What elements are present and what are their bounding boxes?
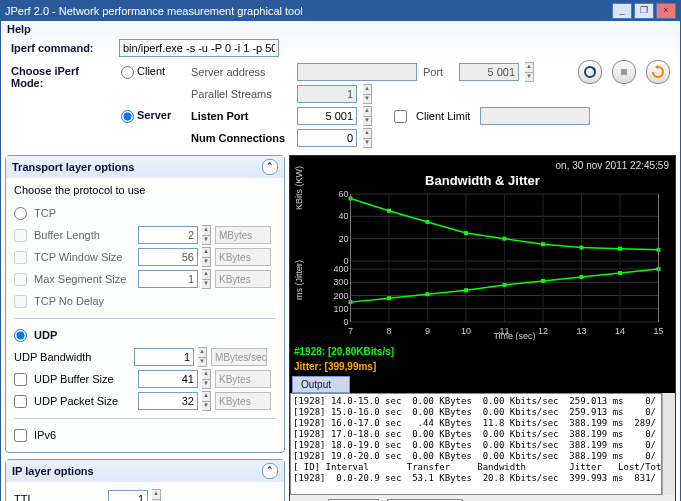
client-label: Client — [137, 65, 165, 77]
output-scrollbar[interactable] — [662, 393, 675, 495]
ip-panel: IP layer options⌃ TTL▲▼ Type of ServiceN… — [5, 459, 285, 501]
ip-title: IP layer options — [12, 465, 94, 477]
udpbw-input[interactable] — [134, 348, 194, 366]
svg-rect-41 — [387, 209, 391, 213]
chart-canvas: KBits (KW) ms (Jitter) 02040600100200300… — [322, 190, 667, 340]
collapse-icon[interactable]: ⌃ — [262, 159, 278, 175]
udpbw-label: UDP Bandwidth — [14, 351, 130, 363]
svg-text:10: 10 — [461, 326, 471, 336]
mode-label: Choose iPerf Mode: — [11, 61, 111, 149]
status-bandwidth: #1928: [20,80KBits/s] — [290, 344, 675, 359]
udpbw-unit[interactable]: MBytes/sec — [211, 348, 267, 366]
close-button[interactable]: × — [656, 3, 676, 19]
svg-text:7: 7 — [348, 326, 353, 336]
clientlimit-check[interactable] — [394, 110, 407, 123]
parallel-input — [297, 85, 357, 103]
svg-rect-45 — [541, 242, 545, 246]
svg-rect-44 — [503, 237, 507, 241]
tcp-label: TCP — [34, 207, 56, 219]
svg-point-1 — [593, 68, 596, 71]
svg-text:400: 400 — [333, 264, 348, 274]
window-title: JPerf 2.0 - Network performance measurem… — [5, 5, 612, 17]
udppkt-unit[interactable]: KBytes — [215, 392, 271, 410]
output-text[interactable]: [1928] 14.0-15.0 sec 0.00 KBytes 0.00 Kb… — [290, 393, 662, 495]
mss-check — [14, 273, 27, 286]
numconn-input[interactable] — [297, 129, 357, 147]
svg-text:15: 15 — [653, 326, 663, 336]
svg-text:13: 13 — [576, 326, 586, 336]
tcp-radio[interactable] — [14, 207, 27, 220]
nodelay-label: TCP No Delay — [34, 295, 104, 307]
svg-rect-2 — [621, 69, 627, 75]
svg-rect-53 — [503, 283, 507, 287]
chart-svg: 02040600100200300400789101112131415Time … — [322, 190, 667, 340]
udppkt-input[interactable] — [138, 392, 198, 410]
help-menu[interactable]: Help — [1, 21, 680, 37]
window-buttons: _ ❐ × — [612, 3, 676, 19]
clientlimit-label: Client Limit — [416, 110, 470, 122]
main-area: Transport layer options⌃ Choose the prot… — [1, 151, 680, 501]
svg-rect-46 — [580, 246, 584, 250]
transport-panel: Transport layer options⌃ Choose the prot… — [5, 155, 285, 453]
titlebar: JPerf 2.0 - Network performance measurem… — [1, 1, 680, 21]
server-address-label: Server address — [191, 66, 291, 78]
svg-text:200: 200 — [333, 291, 348, 301]
chart-area: on, 30 nov 2011 22:45:59 Bandwidth & Jit… — [290, 156, 675, 344]
ttl-input[interactable] — [108, 490, 148, 501]
mss-input — [138, 270, 198, 288]
left-panels: Transport layer options⌃ Choose the prot… — [5, 155, 285, 501]
udp-radio[interactable] — [14, 329, 27, 342]
maximize-button[interactable]: ❐ — [634, 3, 654, 19]
mode-fields: Server address Port ▲▼ Parallel Streams … — [191, 61, 670, 149]
win-unit: KBytes — [215, 248, 271, 266]
win-input — [138, 248, 198, 266]
svg-text:40: 40 — [338, 211, 348, 221]
svg-rect-47 — [618, 247, 622, 251]
win-label: TCP Window Size — [34, 251, 134, 263]
svg-text:14: 14 — [615, 326, 625, 336]
iperf-command-input[interactable] — [119, 39, 279, 57]
status-jitter: Jitter: [399,99ms] — [290, 359, 675, 374]
mss-unit: KBytes — [215, 270, 271, 288]
iperf-command-row: Iperf command: — [1, 37, 680, 59]
ttl-label: TTL — [14, 493, 104, 501]
udpbuf-unit[interactable]: KBytes — [215, 370, 271, 388]
buflen-check — [14, 229, 27, 242]
svg-rect-50 — [387, 296, 391, 300]
svg-rect-42 — [426, 220, 430, 224]
output-tab[interactable]: Output — [292, 376, 350, 393]
svg-text:100: 100 — [333, 304, 348, 314]
refresh-button[interactable] — [646, 60, 670, 84]
client-radio[interactable] — [121, 66, 134, 79]
choose-proto-label: Choose the protocol to use — [14, 184, 276, 196]
y2-axis-label: ms (Jitter) — [294, 260, 304, 300]
numconn-label: Num Connections — [191, 132, 291, 144]
chart-timestamp: on, 30 nov 2011 22:45:59 — [292, 158, 673, 173]
udpbuf-input[interactable] — [138, 370, 198, 388]
right-panel: on, 30 nov 2011 22:45:59 Bandwidth & Jit… — [289, 155, 676, 501]
svg-rect-54 — [541, 279, 545, 283]
chart-title: Bandwidth & Jitter — [292, 173, 673, 188]
output-wrap: [1928] 14.0-15.0 sec 0.00 KBytes 0.00 Kb… — [290, 393, 675, 495]
mss-label: Max Segment Size — [34, 273, 134, 285]
server-radio[interactable] — [121, 110, 134, 123]
svg-text:12: 12 — [538, 326, 548, 336]
run-button[interactable] — [578, 60, 602, 84]
output-buttons: Save Clear now Clear Output for new Iper… — [290, 495, 675, 501]
listenport-input[interactable] — [297, 107, 357, 125]
nodelay-check — [14, 295, 27, 308]
buflen-input — [138, 226, 198, 244]
stop-button[interactable] — [612, 60, 636, 84]
svg-rect-51 — [426, 292, 430, 296]
parallel-label: Parallel Streams — [191, 88, 291, 100]
svg-text:20: 20 — [338, 234, 348, 244]
collapse-icon[interactable]: ⌃ — [262, 463, 278, 479]
ipv6-check[interactable] — [14, 429, 27, 442]
port-spinner: ▲▼ — [525, 62, 534, 82]
udppkt-check[interactable] — [14, 395, 27, 408]
minimize-button[interactable]: _ — [612, 3, 632, 19]
udpbuf-check[interactable] — [14, 373, 27, 386]
listenport-spinner[interactable]: ▲▼ — [363, 106, 372, 126]
y1-axis-label: KBits (KW) — [294, 166, 304, 210]
numconn-spinner[interactable]: ▲▼ — [363, 128, 372, 148]
